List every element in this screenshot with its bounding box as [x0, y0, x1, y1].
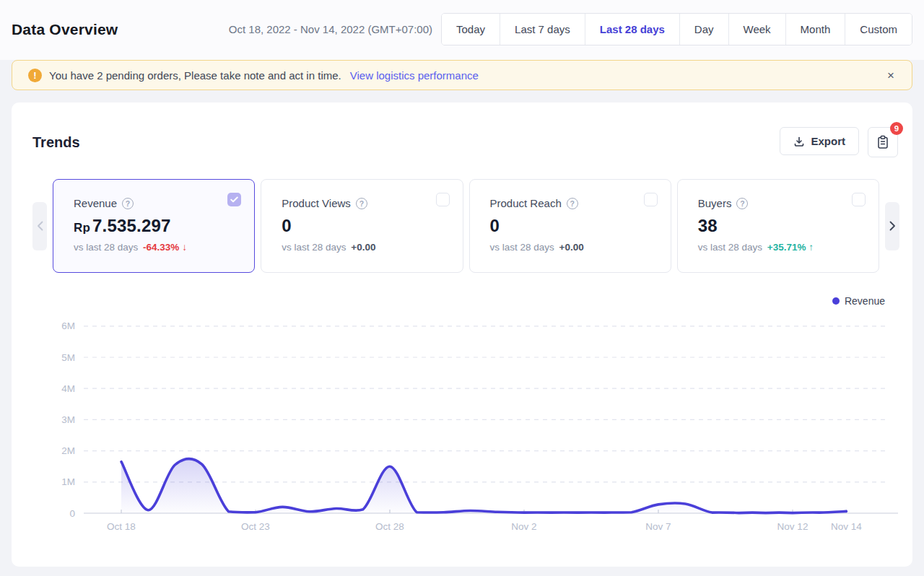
trends-header: Trends Export 9 [32, 127, 899, 157]
metric-compare: vs last 28 days +0.00 [490, 242, 656, 253]
tab-month[interactable]: Month [786, 14, 846, 45]
tab-day[interactable]: Day [680, 14, 729, 45]
trends-actions: Export 9 [780, 127, 898, 157]
metric-label: Buyers [698, 197, 732, 209]
chart-legend: Revenue [32, 294, 885, 307]
close-icon[interactable]: × [883, 66, 899, 84]
tab-last-28-days[interactable]: Last 28 days [585, 14, 680, 45]
delta-value: +35.71% [767, 242, 806, 253]
metric-compare: vs last 28 days +0.00 [282, 242, 448, 253]
revenue-trend-chart: 01M2M3M4M5M6MOct 18Oct 23Oct 28Nov 2Nov … [12, 307, 912, 557]
checkbox-checked-icon[interactable] [227, 193, 241, 206]
svg-text:Nov 7: Nov 7 [645, 521, 671, 532]
metric-card-product-views[interactable]: Product Views ? 0 vs last 28 days +0.00 [261, 179, 463, 273]
revenue-legend-label: Revenue [845, 295, 885, 307]
metric-label: Product Views [282, 197, 351, 209]
metric-label: Product Reach [490, 197, 562, 209]
svg-text:6M: 6M [61, 320, 75, 331]
view-logistics-link[interactable]: View logistics performance [350, 69, 479, 82]
carousel-next-button[interactable] [885, 202, 899, 250]
metric-card-buyers[interactable]: Buyers ? 38 vs last 28 days +35.71% ↑ [677, 179, 879, 273]
trends-panel: Trends Export 9 [12, 102, 912, 567]
svg-text:Oct 28: Oct 28 [375, 521, 404, 532]
svg-text:Nov 12: Nov 12 [777, 521, 808, 532]
metric-label: Revenue [74, 197, 117, 209]
metric-card-revenue[interactable]: Revenue ? Rp7.535.297 vs last 28 days -6… [53, 179, 255, 273]
svg-text:Oct 18: Oct 18 [107, 521, 136, 532]
date-range-tabs: Today Last 7 days Last 28 days Day Week … [441, 13, 912, 45]
metric-compare: vs last 28 days +35.71% ↑ [698, 242, 864, 253]
delta-value: +0.00 [559, 242, 584, 253]
help-icon[interactable]: ? [356, 198, 367, 209]
help-icon[interactable]: ? [567, 198, 578, 209]
tab-last-7-days[interactable]: Last 7 days [500, 14, 585, 45]
warning-icon: ! [28, 69, 42, 82]
svg-text:0: 0 [69, 508, 75, 519]
svg-text:1M: 1M [61, 476, 75, 487]
delta-down-icon: ↓ [182, 242, 187, 253]
delta-value: -64.33% [143, 242, 179, 253]
help-icon[interactable]: ? [736, 198, 748, 209]
metric-card-product-reach[interactable]: Product Reach ? 0 vs last 28 days +0.00 [469, 179, 671, 273]
revenue-legend-dot-icon [832, 297, 840, 305]
tasks-badge: 9 [890, 122, 903, 135]
svg-text:Oct 23: Oct 23 [241, 521, 270, 532]
pending-orders-banner: ! You have 2 pending orders, Please take… [12, 60, 912, 90]
tab-today[interactable]: Today [442, 14, 500, 45]
svg-text:Nov 2: Nov 2 [511, 521, 536, 532]
page-title: Data Overview [12, 21, 118, 38]
metric-value: Rp7.535.297 [74, 216, 240, 236]
checkbox-unchecked-icon[interactable] [436, 193, 450, 206]
svg-text:2M: 2M [61, 445, 75, 456]
tab-week[interactable]: Week [729, 14, 786, 45]
banner-text: You have 2 pending orders, Please take n… [49, 69, 341, 82]
checkbox-unchecked-icon[interactable] [852, 193, 866, 206]
tasks-button[interactable]: 9 [868, 127, 898, 157]
date-range-text: Oct 18, 2022 - Nov 14, 2022 (GMT+07:00) [229, 23, 432, 35]
carousel-prev-button[interactable] [32, 202, 47, 250]
trends-title: Trends [32, 134, 80, 151]
metrics-carousel: Revenue ? Rp7.535.297 vs last 28 days -6… [32, 179, 899, 273]
metric-compare: vs last 28 days -64.33% ↓ [74, 242, 240, 253]
export-button[interactable]: Export [780, 127, 859, 155]
metric-value: 0 [490, 216, 656, 236]
svg-text:5M: 5M [61, 352, 75, 363]
download-icon [793, 136, 805, 147]
export-button-label: Export [811, 135, 845, 147]
tab-custom[interactable]: Custom [845, 14, 912, 45]
checkbox-unchecked-icon[interactable] [644, 193, 658, 206]
metric-value: 0 [282, 216, 448, 236]
delta-up-icon: ↑ [808, 242, 814, 253]
clipboard-icon [876, 135, 889, 149]
metric-value: 38 [698, 216, 864, 236]
svg-text:3M: 3M [61, 414, 75, 425]
svg-text:4M: 4M [61, 383, 75, 394]
svg-text:Nov 14: Nov 14 [831, 521, 862, 532]
help-icon[interactable]: ? [122, 198, 134, 209]
delta-value: +0.00 [351, 242, 375, 253]
top-bar: Data Overview Oct 18, 2022 - Nov 14, 202… [0, 0, 924, 60]
